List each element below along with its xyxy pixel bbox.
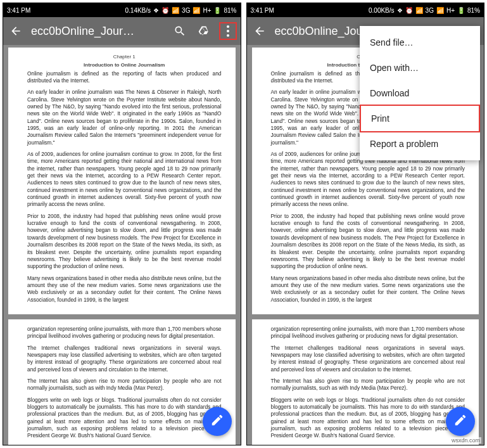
doc-paragraph: Prior to 2008, the industry had hoped th…	[271, 213, 465, 271]
status-battery: 81%	[224, 7, 236, 14]
signal-icon: 📶	[172, 7, 179, 14]
pencil-icon	[453, 413, 467, 430]
overflow-menu: Send file… Open with… Download Print Rep…	[360, 26, 480, 160]
status-speed: 0.14KB/s	[125, 7, 151, 14]
status-bar: 3:41 PM 0.14KB/s ❖ ⏰ 📶 3G 📶 H+ 🔋 81%	[3, 3, 241, 17]
doc-paragraph: Other significant tools of on-line journ…	[27, 444, 222, 445]
doc-paragraph: The Internet has also given rise to more…	[27, 378, 222, 392]
alarm-icon: ⏰	[161, 7, 169, 14]
chapter-heading: Introduction to Online Journalism	[27, 62, 222, 69]
doc-paragraph: Online journalism is defined as the repo…	[27, 70, 222, 85]
status-net2: H+	[203, 7, 211, 14]
drive-button[interactable]	[195, 22, 213, 40]
doc-paragraph: Other significant tools of on-line journ…	[271, 444, 465, 445]
vibrate-icon: ❖	[153, 7, 159, 14]
battery-icon: 🔋	[213, 7, 221, 14]
menu-download[interactable]: Download	[360, 80, 480, 106]
edit-fab[interactable]	[446, 407, 475, 436]
watermark: wsxdn.com	[450, 437, 481, 444]
back-button[interactable]	[7, 22, 25, 40]
status-time: 3:41 PM	[251, 7, 274, 14]
doc-paragraph: Many news organizations based in other m…	[271, 275, 465, 304]
document-page-2: organization representing online journal…	[252, 319, 479, 445]
doc-paragraph: The Internet challenges traditional news…	[271, 345, 465, 373]
doc-paragraph: The Internet has also given rise to more…	[271, 378, 465, 392]
menu-print[interactable]: Print	[360, 105, 480, 132]
battery-icon: 🔋	[457, 7, 465, 14]
doc-paragraph: Bloggers write on web logs or blogs. Tra…	[271, 397, 465, 440]
document-viewport[interactable]: Chapter 1 Introduction to Online Journal…	[3, 45, 241, 445]
document-page-1: Chapter 1 Introduction to Online Journal…	[8, 48, 236, 314]
kebab-icon	[227, 25, 229, 37]
doc-paragraph: The Internet challenges traditional news…	[27, 345, 222, 373]
status-speed: 0.00KB/s	[369, 7, 395, 14]
status-bar: 3:41 PM 0.00KB/s ❖ ⏰ 📶 3G 📶 H+ 🔋 81%	[247, 3, 484, 17]
vibrate-icon: ❖	[397, 7, 403, 14]
chapter-label: Chapter 1	[27, 54, 222, 61]
menu-report-problem[interactable]: Report a problem	[360, 131, 480, 157]
app-bar: ecc0bOnline_Jour…	[3, 17, 241, 45]
signal-icon-2: 📶	[436, 7, 444, 14]
pencil-icon	[210, 413, 224, 430]
phone-left: 3:41 PM 0.14KB/s ❖ ⏰ 📶 3G 📶 H+ 🔋 81% ecc…	[3, 3, 241, 445]
status-net1: 3G	[182, 7, 190, 14]
status-time: 3:41 PM	[7, 7, 30, 14]
doc-paragraph: As of 2009, audiences for online journal…	[27, 151, 222, 208]
signal-icon-2: 📶	[193, 7, 200, 14]
status-right: 0.14KB/s ❖ ⏰ 📶 3G 📶 H+ 🔋 81%	[125, 7, 236, 14]
menu-open-with[interactable]: Open with…	[360, 55, 480, 80]
status-right: 0.00KB/s ❖ ⏰ 📶 3G 📶 H+ 🔋 81%	[369, 7, 480, 14]
document-title: ecc0bOnline_Jour…	[31, 25, 165, 38]
alarm-icon: ⏰	[405, 7, 413, 14]
doc-paragraph: Prior to 2008, the industry had hoped th…	[27, 213, 222, 271]
status-net2: H+	[446, 7, 455, 14]
status-battery: 81%	[467, 7, 480, 14]
doc-paragraph: Many news organizations based in other m…	[27, 275, 222, 304]
phone-right: 3:41 PM 0.00KB/s ❖ ⏰ 📶 3G 📶 H+ 🔋 81% ecc…	[246, 3, 485, 445]
status-net1: 3G	[426, 7, 434, 14]
doc-paragraph: organization representing online journal…	[271, 326, 465, 340]
menu-send-file[interactable]: Send file…	[360, 30, 480, 55]
doc-paragraph: An early leader in online journalism was…	[27, 89, 222, 146]
back-button[interactable]	[251, 22, 269, 40]
edit-fab[interactable]	[203, 407, 232, 436]
doc-paragraph: organization representing online journal…	[27, 326, 222, 340]
document-page-2: organization representing online journal…	[8, 319, 236, 445]
overflow-menu-button[interactable]	[219, 22, 237, 40]
search-button[interactable]	[171, 22, 189, 40]
signal-icon: 📶	[415, 7, 423, 14]
doc-paragraph: Bloggers write on web logs or blogs. Tra…	[27, 397, 222, 440]
